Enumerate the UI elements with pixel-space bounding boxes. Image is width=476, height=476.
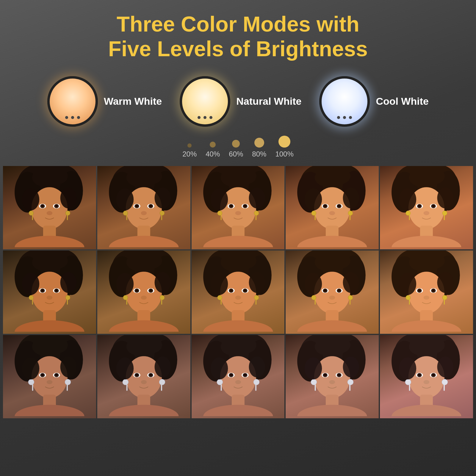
warm-dot-1	[65, 116, 68, 119]
svg-point-145	[109, 320, 179, 332]
svg-point-237	[15, 405, 84, 416]
svg-rect-202	[350, 299, 350, 305]
svg-rect-39	[126, 215, 127, 220]
main-title: Three Color Modes with Five Levels of Br…	[108, 12, 368, 61]
svg-point-122	[15, 320, 84, 332]
svg-rect-87	[350, 215, 350, 220]
brightness-dot-100	[278, 136, 290, 148]
cool-dot-2	[343, 116, 346, 119]
svg-point-204	[343, 272, 359, 293]
svg-point-89	[343, 187, 359, 208]
brightness-100: 100%	[275, 136, 293, 158]
svg-point-132	[65, 295, 70, 300]
svg-point-36	[150, 205, 152, 207]
svg-point-175	[235, 295, 241, 300]
svg-point-13	[55, 205, 58, 207]
brightness-row: 20% 40% 60% 80% 100%	[182, 136, 294, 158]
svg-point-53	[203, 236, 273, 247]
svg-point-137	[46, 252, 68, 269]
svg-rect-294	[255, 384, 256, 391]
svg-point-91	[328, 168, 350, 184]
natural-light-wrap	[180, 76, 230, 127]
svg-point-312	[338, 374, 340, 376]
svg-point-111	[399, 188, 416, 210]
cool-dot-1	[337, 116, 340, 119]
svg-point-168	[203, 320, 273, 332]
brightness-40: 40%	[206, 142, 220, 158]
page-wrapper: Three Color Modes with Five Levels of Br…	[0, 0, 476, 476]
svg-point-10	[41, 205, 44, 207]
svg-point-174	[244, 289, 246, 292]
photo-natural-40	[97, 250, 190, 334]
svg-point-319	[343, 356, 359, 377]
photo-warm-60	[192, 166, 285, 249]
brightness-60: 60%	[229, 140, 243, 158]
svg-rect-248	[67, 384, 68, 391]
cool-white-label: Cool White	[376, 95, 429, 107]
svg-point-229	[423, 252, 445, 269]
svg-point-329	[392, 405, 461, 416]
svg-point-298	[234, 337, 256, 353]
svg-rect-223	[409, 299, 410, 305]
svg-point-114	[423, 168, 445, 184]
svg-point-65	[210, 188, 228, 210]
svg-point-160	[140, 252, 162, 269]
svg-point-178	[254, 295, 259, 300]
cool-dot-3	[349, 116, 352, 119]
svg-rect-340	[444, 384, 445, 391]
photo-cool-80	[286, 335, 379, 418]
svg-point-183	[234, 252, 256, 269]
header-section: Three Color Modes with Five Levels of Br…	[102, 0, 374, 67]
natural-dot-2	[203, 116, 206, 119]
svg-point-289	[244, 374, 246, 376]
svg-point-59	[244, 205, 246, 207]
natural-dot-1	[198, 116, 201, 119]
svg-point-197	[338, 289, 340, 292]
svg-rect-110	[444, 215, 445, 220]
svg-rect-85	[315, 215, 316, 220]
svg-point-148	[136, 289, 138, 292]
svg-point-245	[28, 379, 34, 385]
photo-natural-80	[286, 250, 379, 334]
svg-point-318	[305, 357, 322, 379]
natural-white-mode: Natural White	[180, 76, 301, 127]
natural-light-circle	[180, 76, 230, 127]
svg-point-112	[437, 187, 454, 208]
svg-point-293	[253, 379, 259, 385]
photo-natural-100	[380, 250, 473, 334]
svg-point-250	[60, 356, 77, 377]
svg-point-45	[140, 168, 162, 184]
brightness-80: 80%	[252, 138, 266, 158]
svg-rect-156	[161, 299, 162, 305]
svg-rect-271	[161, 384, 162, 391]
svg-point-273	[154, 356, 171, 377]
svg-point-171	[230, 289, 232, 292]
warm-dot-2	[71, 116, 74, 119]
svg-point-332	[418, 374, 421, 376]
svg-point-336	[424, 380, 430, 384]
svg-point-243	[55, 374, 58, 376]
svg-point-60	[235, 211, 241, 215]
svg-point-313	[329, 380, 335, 384]
svg-point-272	[116, 357, 134, 379]
svg-point-19	[22, 188, 40, 210]
svg-point-306	[297, 405, 367, 416]
svg-point-227	[437, 272, 454, 293]
svg-rect-16	[32, 215, 33, 220]
svg-point-76	[297, 236, 367, 247]
svg-point-295	[210, 357, 228, 379]
svg-rect-338	[409, 384, 410, 391]
natural-light-dots	[198, 116, 212, 119]
warm-dot-3	[77, 116, 80, 119]
svg-point-38	[123, 211, 128, 215]
svg-point-88	[305, 188, 322, 210]
svg-point-109	[442, 211, 447, 215]
svg-point-316	[348, 379, 354, 385]
svg-point-344	[423, 337, 445, 353]
svg-point-20	[60, 187, 77, 208]
svg-rect-269	[126, 384, 128, 391]
warm-white-mode: Warm White	[47, 76, 162, 127]
svg-point-157	[116, 273, 134, 295]
cool-white-mode: Cool White	[319, 76, 429, 127]
svg-point-66	[249, 187, 265, 208]
